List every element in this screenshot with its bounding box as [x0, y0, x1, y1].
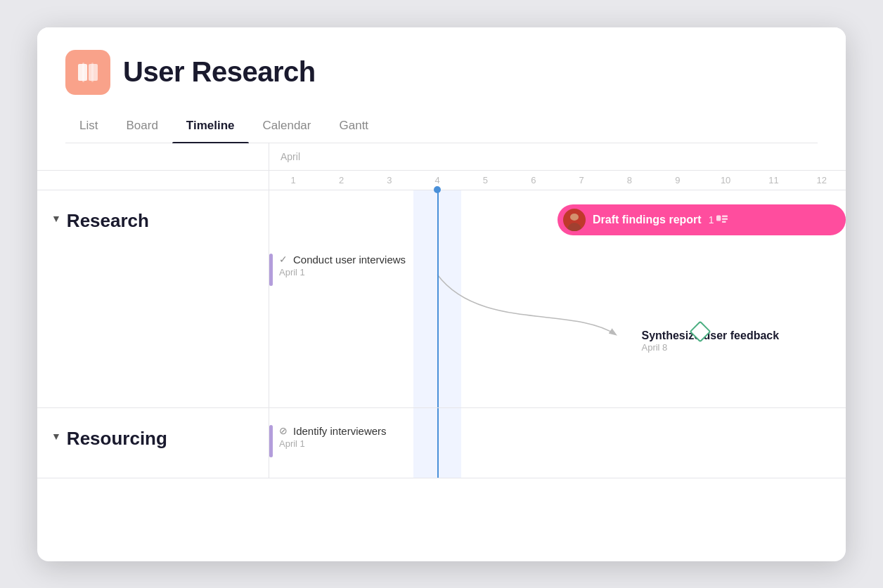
svg-rect-2	[82, 63, 84, 82]
date-cell-9: 9	[654, 171, 702, 190]
group-row-resourcing: ▼ Resourcing ⊘ Identify interviewersApri…	[37, 408, 846, 478]
project-title-row: User Research	[65, 50, 818, 95]
identify-task-label: Identify interviewers	[293, 425, 387, 437]
task-strip-purple-2	[269, 425, 273, 457]
today-line	[437, 190, 439, 407]
page-title: User Research	[123, 56, 316, 88]
tab-board[interactable]: Board	[112, 112, 172, 143]
circle-check-icon: ⊘	[279, 425, 288, 436]
project-icon	[65, 50, 110, 95]
date-cell-5: 5	[461, 171, 509, 190]
inline-task-header-2: ⊘ Identify interviewers	[279, 425, 387, 437]
header: User Research List Board Timeline Calend…	[37, 27, 846, 143]
date-cell-1: 1	[269, 171, 317, 190]
svg-rect-3	[91, 63, 94, 82]
today-shade-resourcing	[413, 408, 461, 478]
month-label-spacer	[37, 143, 269, 170]
map-icon	[75, 60, 101, 85]
tab-timeline[interactable]: Timeline	[172, 112, 249, 143]
svg-rect-5	[722, 215, 728, 216]
group-name-resourcing: Resourcing	[67, 428, 167, 450]
group-label-research: ▼ Research	[37, 190, 269, 407]
group-content-research: Draft findings report1 ✓ Conduct user in…	[269, 190, 846, 407]
month-label: April	[269, 151, 300, 162]
date-cell-2: 2	[317, 171, 365, 190]
today-dot	[434, 186, 441, 193]
avatar	[563, 209, 586, 231]
task-label-draft: Draft findings report	[593, 214, 702, 226]
date-cell-3: 3	[366, 171, 413, 190]
group-label-resourcing: ▼ Resourcing	[37, 408, 269, 478]
tabs-nav: List Board Timeline Calendar Gantt	[65, 112, 818, 143]
app-window: User Research List Board Timeline Calend…	[37, 27, 846, 561]
svg-rect-7	[722, 221, 726, 222]
task-conduct-interviews[interactable]: ✓ Conduct user interviewsApril 1	[269, 254, 406, 277]
date-cell-7: 7	[557, 171, 605, 190]
date-cell-10: 10	[702, 171, 749, 190]
group-name-research: Research	[67, 210, 149, 232]
milestone-date-synthesize: April 8	[642, 342, 780, 353]
dates-row: 123456789101112	[37, 171, 846, 190]
date-cell-8: 8	[605, 171, 653, 190]
milestone-synthesize[interactable]: Synthesize user feedbackApril 8	[622, 324, 780, 353]
date-cell-6: 6	[510, 171, 557, 190]
date-cell-11: 11	[749, 171, 797, 190]
date-cell-12: 12	[798, 171, 846, 190]
today-shade	[413, 190, 461, 407]
month-header-row: April	[37, 143, 846, 171]
group-content-resourcing: ⊘ Identify interviewersApril 1	[269, 408, 846, 478]
dates-spacer	[37, 171, 269, 190]
identify-task-date: April 1	[279, 438, 387, 449]
task-identify-interviewers[interactable]: ⊘ Identify interviewersApril 1	[269, 425, 387, 449]
today-line-resourcing	[437, 408, 439, 478]
tab-calendar[interactable]: Calendar	[249, 112, 326, 143]
check-icon: ✓	[279, 254, 288, 265]
svg-rect-6	[722, 218, 728, 219]
conduct-task-label: Conduct user interviews	[293, 254, 406, 266]
tab-list[interactable]: List	[65, 112, 112, 143]
conduct-task-date: April 1	[279, 267, 406, 277]
timeline-container: April 123456789101112 ▼ Research Draft f…	[37, 143, 846, 478]
chevron-down-icon-2[interactable]: ▼	[51, 431, 61, 442]
task-count: 1	[709, 214, 728, 226]
svg-rect-4	[716, 215, 721, 221]
group-row-research: ▼ Research Draft findings report1 ✓ Cond…	[37, 190, 846, 408]
task-strip-purple	[269, 254, 273, 286]
dates-numbers: 123456789101112	[269, 171, 846, 190]
inline-task-header: ✓ Conduct user interviews	[279, 254, 406, 266]
tab-gantt[interactable]: Gantt	[326, 112, 383, 143]
task-bar-draft-findings[interactable]: Draft findings report1	[557, 204, 846, 235]
chevron-down-icon[interactable]: ▼	[51, 213, 61, 224]
month-label-area: April	[269, 143, 846, 170]
date-cell-4: 4	[413, 171, 461, 190]
